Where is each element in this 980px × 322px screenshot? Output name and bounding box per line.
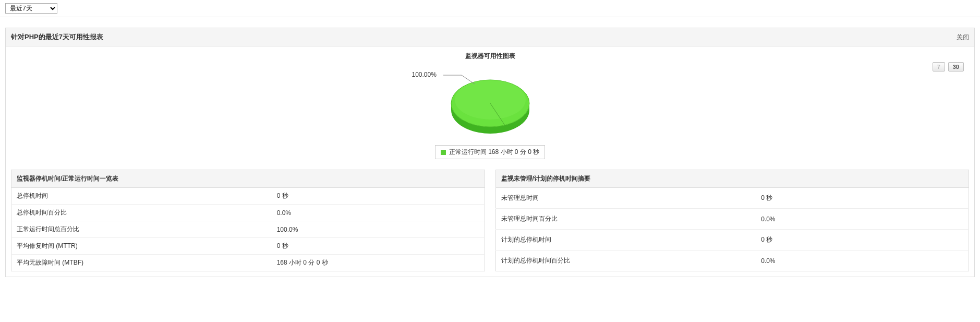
row-label: 未管理总时间百分比 — [495, 209, 756, 230]
row-value: 0 秒 — [756, 230, 969, 251]
table-row: 计划的总停机时间 0 秒 — [495, 230, 969, 251]
chart-section: 监视器可用性图表 7 30 100.00% 正常运行 — [6, 46, 974, 170]
legend-swatch-icon — [441, 150, 446, 155]
row-label: 平均无故障时间 (MTBF) — [11, 255, 272, 271]
panel-header: 针对PHP的最近7天可用性报表 关闭 — [6, 28, 974, 46]
range-30-button[interactable]: 30 — [948, 62, 964, 71]
row-label: 总停机时间百分比 — [11, 205, 272, 221]
pie-chart-wrap: 100.00% — [449, 71, 532, 138]
table-row: 未管理总时间百分比 0.0% — [495, 209, 969, 230]
legend-text: 正常运行时间 168 小时 0 分 0 秒 — [449, 148, 539, 156]
table-row: 未管理总时间 0 秒 — [495, 188, 969, 209]
svg-point-2 — [455, 80, 526, 120]
right-table-header: 监视未管理/计划的停机时间摘要 — [495, 170, 969, 188]
availability-panel: 针对PHP的最近7天可用性报表 关闭 监视器可用性图表 7 30 100.00% — [5, 28, 975, 277]
time-range-select[interactable]: 最近7天 — [5, 3, 57, 14]
table-row: 总停机时间百分比 0.0% — [11, 205, 485, 221]
row-label: 平均修复时间 (MTTR) — [11, 238, 272, 255]
row-label: 总停机时间 — [11, 188, 272, 205]
pie-percent-label: 100.00% — [412, 71, 437, 78]
tables-row: 监视器停机时间/正常运行时间一览表 总停机时间 0 秒 总停机时间百分比 0.0… — [6, 170, 974, 277]
close-link[interactable]: 关闭 — [957, 33, 969, 42]
row-label: 计划的总停机时间 — [495, 230, 756, 251]
chart-title: 监视器可用性图表 — [6, 52, 974, 61]
table-row: 平均无故障时间 (MTBF) 168 小时 0 分 0 秒 — [11, 255, 485, 271]
row-value: 0.0% — [756, 209, 969, 230]
row-value: 100.0% — [272, 221, 485, 238]
table-row: 计划的总停机时间百分比 0.0% — [495, 251, 969, 271]
top-bar: 最近7天 — [0, 0, 980, 17]
callout-line — [443, 75, 480, 85]
chart-legend: 正常运行时间 168 小时 0 分 0 秒 — [435, 145, 545, 159]
row-label: 计划的总停机时间百分比 — [495, 251, 756, 271]
row-value: 168 小时 0 分 0 秒 — [272, 255, 485, 271]
row-value: 0 秒 — [272, 238, 485, 255]
range-7-button[interactable]: 7 — [933, 62, 945, 71]
row-value: 0.0% — [756, 251, 969, 271]
table-row: 正常运行时间总百分比 100.0% — [11, 221, 485, 238]
range-buttons: 7 30 — [933, 62, 964, 71]
row-label: 未管理总时间 — [495, 188, 756, 209]
panel-title: 针对PHP的最近7天可用性报表 — [11, 32, 103, 42]
row-label: 正常运行时间总百分比 — [11, 221, 272, 238]
left-table-header: 监视器停机时间/正常运行时间一览表 — [11, 170, 485, 188]
table-row: 平均修复时间 (MTTR) 0 秒 — [11, 238, 485, 255]
row-value: 0 秒 — [756, 188, 969, 209]
row-value: 0 秒 — [272, 188, 485, 205]
unmanaged-scheduled-table: 监视未管理/计划的停机时间摘要 未管理总时间 0 秒 未管理总时间百分比 0.0… — [495, 170, 970, 271]
downtime-uptime-table: 监视器停机时间/正常运行时间一览表 总停机时间 0 秒 总停机时间百分比 0.0… — [11, 170, 485, 271]
row-value: 0.0% — [272, 205, 485, 221]
table-row: 总停机时间 0 秒 — [11, 188, 485, 205]
